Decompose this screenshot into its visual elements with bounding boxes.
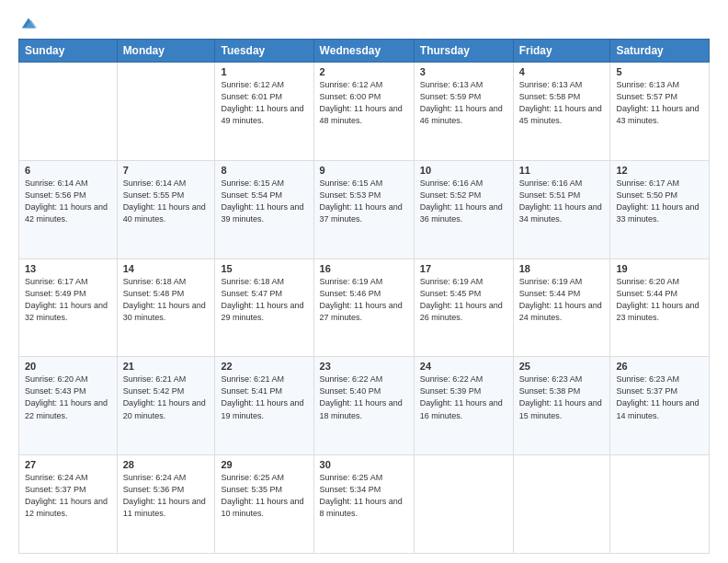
day-info: Sunrise: 6:24 AMSunset: 5:36 PMDaylight:… xyxy=(123,473,206,518)
weekday-header-friday: Friday xyxy=(513,40,610,63)
day-info: Sunrise: 6:15 AMSunset: 5:53 PMDaylight:… xyxy=(320,178,403,224)
weekday-header-tuesday: Tuesday xyxy=(215,40,313,63)
calendar-cell xyxy=(19,63,118,161)
calendar-cell: 7 Sunrise: 6:14 AMSunset: 5:55 PMDayligh… xyxy=(117,160,215,259)
calendar-week-5: 27 Sunrise: 6:24 AMSunset: 5:37 PMDaylig… xyxy=(19,455,710,554)
day-number: 9 xyxy=(320,165,408,176)
day-info: Sunrise: 6:17 AMSunset: 5:49 PMDaylight:… xyxy=(25,277,108,322)
day-info: Sunrise: 6:22 AMSunset: 5:40 PMDaylight:… xyxy=(320,374,403,419)
day-info: Sunrise: 6:18 AMSunset: 5:48 PMDaylight:… xyxy=(123,277,206,322)
day-info: Sunrise: 6:25 AMSunset: 5:35 PMDaylight:… xyxy=(221,473,303,518)
day-number: 17 xyxy=(420,263,507,274)
weekday-header-monday: Monday xyxy=(117,40,215,63)
calendar-cell: 9 Sunrise: 6:15 AMSunset: 5:53 PMDayligh… xyxy=(313,160,414,259)
calendar-table: SundayMondayTuesdayWednesdayThursdayFrid… xyxy=(18,39,710,554)
calendar-cell: 16 Sunrise: 6:19 AMSunset: 5:46 PMDaylig… xyxy=(313,259,414,357)
calendar-cell: 11 Sunrise: 6:16 AMSunset: 5:51 PMDaylig… xyxy=(513,160,610,259)
calendar-cell: 8 Sunrise: 6:15 AMSunset: 5:54 PMDayligh… xyxy=(215,160,313,259)
calendar-cell: 24 Sunrise: 6:22 AMSunset: 5:39 PMDaylig… xyxy=(414,357,513,455)
calendar-cell: 5 Sunrise: 6:13 AMSunset: 5:57 PMDayligh… xyxy=(610,63,710,161)
day-info: Sunrise: 6:14 AMSunset: 5:55 PMDaylight:… xyxy=(123,178,206,224)
weekday-header-wednesday: Wednesday xyxy=(313,40,414,63)
logo xyxy=(18,15,37,31)
calendar-cell: 13 Sunrise: 6:17 AMSunset: 5:49 PMDaylig… xyxy=(19,259,118,357)
calendar-cell: 25 Sunrise: 6:23 AMSunset: 5:38 PMDaylig… xyxy=(513,357,610,455)
day-info: Sunrise: 6:21 AMSunset: 5:41 PMDaylight:… xyxy=(221,374,303,419)
day-number: 6 xyxy=(25,165,111,176)
day-number: 15 xyxy=(221,263,307,274)
day-info: Sunrise: 6:23 AMSunset: 5:38 PMDaylight:… xyxy=(519,374,602,419)
day-number: 12 xyxy=(616,165,703,176)
calendar-cell: 27 Sunrise: 6:24 AMSunset: 5:37 PMDaylig… xyxy=(19,455,118,554)
day-info: Sunrise: 6:15 AMSunset: 5:54 PMDaylight:… xyxy=(221,178,303,224)
day-number: 23 xyxy=(320,361,408,372)
page: SundayMondayTuesdayWednesdayThursdayFrid… xyxy=(0,0,728,563)
day-number: 27 xyxy=(25,459,111,470)
day-info: Sunrise: 6:12 AMSunset: 6:01 PMDaylight:… xyxy=(221,80,303,125)
day-info: Sunrise: 6:17 AMSunset: 5:50 PMDaylight:… xyxy=(616,178,699,224)
day-number: 14 xyxy=(123,263,210,274)
day-number: 29 xyxy=(221,459,307,470)
calendar-cell xyxy=(414,455,513,554)
day-number: 18 xyxy=(519,263,605,274)
day-info: Sunrise: 6:14 AMSunset: 5:56 PMDaylight:… xyxy=(25,178,108,224)
day-number: 21 xyxy=(123,361,210,372)
day-info: Sunrise: 6:18 AMSunset: 5:47 PMDaylight:… xyxy=(221,277,303,322)
day-number: 4 xyxy=(519,66,605,77)
day-number: 5 xyxy=(616,66,703,77)
day-number: 16 xyxy=(320,263,408,274)
day-info: Sunrise: 6:13 AMSunset: 5:58 PMDaylight:… xyxy=(519,80,602,125)
day-info: Sunrise: 6:19 AMSunset: 5:46 PMDaylight:… xyxy=(320,277,403,322)
day-info: Sunrise: 6:19 AMSunset: 5:44 PMDaylight:… xyxy=(519,277,602,322)
day-number: 2 xyxy=(320,66,408,77)
calendar-week-2: 6 Sunrise: 6:14 AMSunset: 5:56 PMDayligh… xyxy=(19,160,710,259)
day-number: 3 xyxy=(420,66,507,77)
header xyxy=(18,15,710,31)
calendar-week-1: 1 Sunrise: 6:12 AMSunset: 6:01 PMDayligh… xyxy=(19,63,710,161)
day-number: 20 xyxy=(25,361,111,372)
day-info: Sunrise: 6:20 AMSunset: 5:43 PMDaylight:… xyxy=(25,374,108,419)
logo-icon xyxy=(20,15,37,31)
day-number: 7 xyxy=(123,165,210,176)
day-number: 26 xyxy=(616,361,703,372)
day-info: Sunrise: 6:16 AMSunset: 5:51 PMDaylight:… xyxy=(519,178,602,224)
day-info: Sunrise: 6:22 AMSunset: 5:39 PMDaylight:… xyxy=(420,374,503,419)
calendar-cell: 20 Sunrise: 6:20 AMSunset: 5:43 PMDaylig… xyxy=(19,357,118,455)
day-number: 30 xyxy=(320,459,408,470)
day-number: 1 xyxy=(221,66,307,77)
day-number: 25 xyxy=(519,361,605,372)
day-number: 13 xyxy=(25,263,111,274)
day-number: 19 xyxy=(616,263,703,274)
calendar-cell: 15 Sunrise: 6:18 AMSunset: 5:47 PMDaylig… xyxy=(215,259,313,357)
day-info: Sunrise: 6:21 AMSunset: 5:42 PMDaylight:… xyxy=(123,374,206,419)
calendar-cell: 29 Sunrise: 6:25 AMSunset: 5:35 PMDaylig… xyxy=(215,455,313,554)
calendar-cell: 28 Sunrise: 6:24 AMSunset: 5:36 PMDaylig… xyxy=(117,455,215,554)
calendar-cell: 17 Sunrise: 6:19 AMSunset: 5:45 PMDaylig… xyxy=(414,259,513,357)
calendar-cell xyxy=(513,455,610,554)
calendar-cell: 6 Sunrise: 6:14 AMSunset: 5:56 PMDayligh… xyxy=(19,160,118,259)
day-number: 8 xyxy=(221,165,307,176)
calendar-cell: 19 Sunrise: 6:20 AMSunset: 5:44 PMDaylig… xyxy=(610,259,710,357)
day-info: Sunrise: 6:20 AMSunset: 5:44 PMDaylight:… xyxy=(616,277,699,322)
calendar-cell: 21 Sunrise: 6:21 AMSunset: 5:42 PMDaylig… xyxy=(117,357,215,455)
day-number: 24 xyxy=(420,361,507,372)
calendar-cell: 23 Sunrise: 6:22 AMSunset: 5:40 PMDaylig… xyxy=(313,357,414,455)
calendar-header-row: SundayMondayTuesdayWednesdayThursdayFrid… xyxy=(19,40,710,63)
day-info: Sunrise: 6:13 AMSunset: 5:57 PMDaylight:… xyxy=(616,80,699,125)
weekday-header-thursday: Thursday xyxy=(414,40,513,63)
day-number: 10 xyxy=(420,165,507,176)
day-info: Sunrise: 6:19 AMSunset: 5:45 PMDaylight:… xyxy=(420,277,503,322)
day-info: Sunrise: 6:12 AMSunset: 6:00 PMDaylight:… xyxy=(320,80,403,125)
calendar-cell: 1 Sunrise: 6:12 AMSunset: 6:01 PMDayligh… xyxy=(215,63,313,161)
calendar-cell: 18 Sunrise: 6:19 AMSunset: 5:44 PMDaylig… xyxy=(513,259,610,357)
calendar-cell: 2 Sunrise: 6:12 AMSunset: 6:00 PMDayligh… xyxy=(313,63,414,161)
calendar-week-3: 13 Sunrise: 6:17 AMSunset: 5:49 PMDaylig… xyxy=(19,259,710,357)
calendar-cell xyxy=(610,455,710,554)
calendar-cell: 10 Sunrise: 6:16 AMSunset: 5:52 PMDaylig… xyxy=(414,160,513,259)
day-info: Sunrise: 6:23 AMSunset: 5:37 PMDaylight:… xyxy=(616,374,699,419)
calendar-cell: 4 Sunrise: 6:13 AMSunset: 5:58 PMDayligh… xyxy=(513,63,610,161)
calendar-cell: 12 Sunrise: 6:17 AMSunset: 5:50 PMDaylig… xyxy=(610,160,710,259)
day-number: 11 xyxy=(519,165,605,176)
calendar-cell xyxy=(117,63,215,161)
day-info: Sunrise: 6:13 AMSunset: 5:59 PMDaylight:… xyxy=(420,80,503,125)
